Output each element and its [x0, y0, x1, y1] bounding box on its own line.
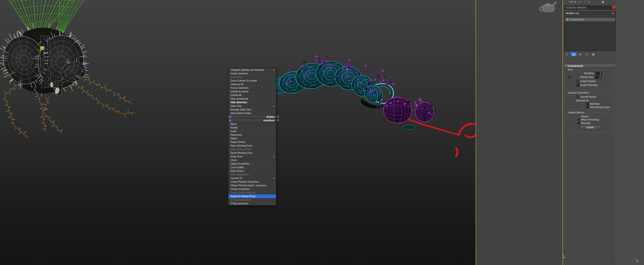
materials-checkbox[interactable] [586, 102, 589, 105]
manually-radio[interactable] [578, 122, 580, 124]
pin-stack-button[interactable]: ◊ [564, 52, 570, 56]
menu-item-unhide-all[interactable]: Unhide All [228, 94, 276, 97]
menu-item-export-to-octane-proxy[interactable]: Export to Octane Proxy [228, 194, 276, 198]
modifier-visibility-eye-icon[interactable] [566, 19, 569, 20]
rollout-collapse-icon: ▾ [565, 65, 566, 67]
isoline-display-checkbox[interactable]: ✓ [576, 80, 579, 82]
show-end-result-button[interactable]: ▥ [571, 52, 576, 56]
rollout-drop-marker [563, 254, 566, 258]
menu-item-hide-unselected[interactable]: Hide Unselected [228, 97, 276, 100]
stack-toolbar: ◊ ▥ ◈ ▽ ▦ [564, 52, 596, 56]
quad-title-display[interactable]: display [228, 115, 276, 119]
quad-menu: Viewport Lighting and Shadows▸ Isolate S… [228, 68, 276, 206]
fly-model[interactable] [0, 28, 88, 96]
smoothing-groups-checkbox[interactable] [586, 106, 589, 108]
menu-item-select[interactable]: Select [228, 137, 276, 140]
remove-modifier-button[interactable]: ▽ [584, 52, 590, 56]
menu-item-wire-parameters[interactable]: Wire Parameters... [228, 173, 276, 176]
menu-item-state-sets[interactable]: State Sets▸ [228, 104, 276, 108]
menu-item-export-octane-material[interactable]: Export Octane material [228, 191, 276, 194]
menu-item-select-similar[interactable]: Select Similar [228, 140, 276, 144]
menu-item-manage-state-sets[interactable]: Manage State Sets... [228, 108, 276, 112]
dropdown-arrow-icon: ▾ [611, 12, 614, 15]
modifier-stack-list[interactable]: TurboSmooth [564, 16, 616, 51]
quad-blue-icon [229, 120, 231, 122]
iterations-row: Iterations: 1 ▴▾ [568, 72, 605, 75]
layout-grid-icon-2[interactable]: ▤ [578, 0, 582, 3]
materials-row: Materials [586, 102, 600, 106]
rollout-drop-marker [636, 259, 639, 262]
separate-by-row: Separate by: [576, 99, 589, 102]
spinner-down-icon[interactable]: ▾ [603, 74, 605, 75]
iterations-spinner[interactable]: ▴▾ [603, 72, 605, 75]
modifier-list-dropdown[interactable]: Modifier List ▾ [564, 11, 616, 16]
group-update-options: Update Options Always When Rendering Man… [565, 113, 614, 133]
panel-splitter-line[interactable] [562, 0, 563, 265]
turbosmooth-rollout-header[interactable]: ▾ TurboSmooth [564, 64, 615, 68]
quad-menu-pin-icon[interactable] [277, 115, 279, 118]
menu-item-place-working-pivot[interactable]: Place Working Pivot [228, 144, 276, 148]
creature-model[interactable] [269, 60, 386, 106]
menu-item-zoom-extents-on-isolate[interactable]: Zoom Extents On Isolate [228, 79, 276, 82]
menu-item-chaos-phoenix-properties[interactable]: Chaos Phoenix Properties... [228, 180, 276, 184]
modifier-stack-item-turbosmooth[interactable]: TurboSmooth [565, 18, 615, 22]
layout-grid-icon-1[interactable]: ▦ [574, 0, 577, 3]
menu-item-object-properties[interactable]: Object Properties... [228, 162, 276, 166]
menu-item-snap-pivot[interactable]: Snap Pivot▸ [228, 155, 276, 158]
menu-item-unhide-by-name[interactable]: Unhide by Name [228, 90, 276, 94]
menu-item-reset-working-pivot[interactable]: Reset Working Pivot [228, 151, 276, 155]
menu-item-curve-editor[interactable]: Curve Editor... [228, 166, 276, 169]
red-annotation-drawing [409, 120, 476, 156]
panel-gap-area [476, 0, 562, 265]
explicit-normals-checkbox[interactable] [576, 84, 579, 86]
menu-item-clone[interactable]: Clone [228, 158, 276, 162]
render-iters-value[interactable]: 2 [595, 76, 602, 79]
smooth-result-checkbox[interactable]: ✓ [576, 96, 579, 98]
menu-item-scale[interactable]: Scale [228, 130, 276, 133]
menu-item-hide-selection[interactable]: Hide Selection [228, 100, 276, 104]
menu-item-octane-properties[interactable]: Octane properties [228, 187, 276, 191]
always-row: Always [578, 114, 589, 118]
panel-scrollbar[interactable] [616, 64, 616, 263]
menu-item-move[interactable]: Move [228, 122, 276, 126]
render-iters-spinner[interactable]: ▴▾ [602, 76, 604, 79]
viewport-splitter-line[interactable] [476, 0, 476, 265]
menu-item-align-working-pivot[interactable]: Align Working Pivot [228, 148, 276, 151]
configure-modifier-sets-button[interactable]: ▦ [590, 52, 596, 56]
menu-item-isolate-selection[interactable]: Isolate Selection [228, 72, 276, 75]
menu-item-freeze-selection[interactable]: Freeze Selection [228, 86, 276, 90]
plus-icon[interactable]: + [569, 0, 570, 3]
menu-item-placement[interactable]: Placement [228, 133, 276, 137]
quad-title-transform[interactable]: transform [228, 119, 276, 122]
when-rendering-row: When Rendering [578, 118, 599, 121]
layout-grid-icon-3[interactable]: ◫ [583, 0, 586, 3]
spinner-down-icon[interactable]: ▾ [602, 77, 604, 79]
menu-item-unfreeze-all[interactable]: Unfreeze All [228, 82, 276, 86]
update-button[interactable]: Update [580, 126, 600, 129]
menu-item-end-isolate[interactable]: End Isolate [228, 75, 276, 79]
render-iters-checkbox[interactable]: ✓ [568, 76, 570, 78]
search-icon[interactable] [602, 1, 604, 3]
menu-item-vray-mesh-export[interactable]: V-Ray mesh export [228, 198, 276, 202]
menu-item-rotate[interactable]: Rotate [228, 126, 276, 130]
smooth-result-row: ✓ Smooth Result [576, 95, 596, 98]
menu-item-convert-to[interactable]: Convert To:▸ [228, 176, 276, 180]
quad-menu-pin-icon[interactable] [277, 119, 279, 122]
menu-item-viewport-lighting-and-shadows[interactable]: Viewport Lighting and Shadows▸ [228, 68, 276, 72]
make-unique-button[interactable]: ◈ [577, 52, 583, 56]
spinner-up-icon[interactable]: ▴ [602, 76, 604, 77]
iterations-value[interactable]: 1 [596, 72, 602, 75]
always-radio[interactable] [578, 115, 580, 118]
pen-icon[interactable] [571, 1, 573, 3]
menu-item-vray-properties[interactable]: V-Ray properties [228, 202, 276, 205]
submenu-arrow-icon: ▸ [274, 105, 274, 107]
when-rendering-radio[interactable] [578, 118, 580, 121]
spinner-up-icon[interactable]: ▴ [603, 72, 605, 73]
command-panel: + ▦ ▤ ◫ ▥ 3 Objects Selected Modifier Li… [563, 0, 644, 265]
group-surface-parameters: Surface Parameters ✓ Smooth Result Separ… [565, 93, 614, 110]
menu-item-show-motion-paths[interactable]: Show Motion Paths [228, 112, 276, 115]
menu-item-dope-sheet[interactable]: Dope Sheet... [228, 169, 276, 173]
menu-item-chaos-phoenix-export-simscene[interactable]: Chaos Phoenix Export .simscene... [228, 184, 276, 187]
object-color-swatch[interactable] [612, 6, 616, 10]
layout-grid-icon-4[interactable]: ▥ [587, 0, 590, 3]
